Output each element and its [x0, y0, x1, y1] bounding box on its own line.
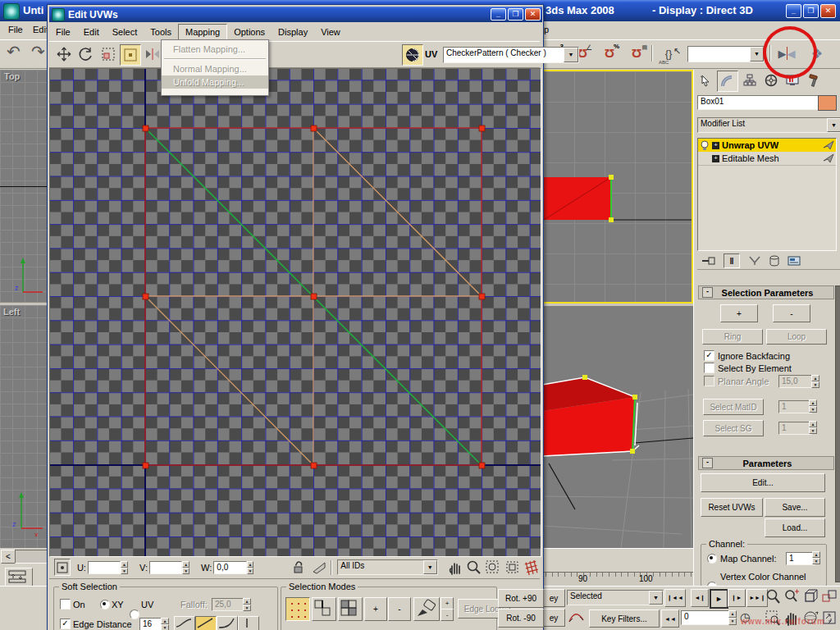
menu-item-flatten-mapping[interactable]: Flatten Mapping...	[162, 43, 268, 56]
save-uvws-button[interactable]: Save...	[765, 498, 825, 517]
snap-grid-icon[interactable]	[523, 559, 540, 576]
key-mode-toggle-button[interactable]: ◄◄	[661, 609, 679, 628]
menu-options[interactable]: Options	[227, 25, 272, 39]
main-restore-button[interactable]: ❐	[803, 4, 819, 18]
loop-button[interactable]: Loop	[766, 329, 827, 345]
stack-item-label[interactable]: Unwrap UVW	[722, 140, 778, 150]
collapse-icon[interactable]: -	[702, 287, 713, 298]
uvws-close-button[interactable]: ✕	[525, 8, 541, 21]
viewport-top[interactable]: Top z	[0, 70, 47, 302]
zoom-extents-all-icon[interactable]	[821, 588, 838, 606]
matid-spinner[interactable]: ▲▼	[809, 399, 817, 413]
falloff-curve-linear-icon[interactable]	[195, 616, 217, 630]
tab-hierarchy-icon[interactable]	[740, 71, 760, 90]
menu-item-normal-mapping[interactable]: Normal Mapping...	[162, 62, 268, 75]
soft-selection-on-checkbox[interactable]	[60, 599, 71, 609]
named-selection-sets-icon[interactable]: {} ABC ↖	[656, 43, 681, 63]
configure-modifier-sets-icon[interactable]	[788, 255, 801, 267]
tab-utilities-icon[interactable]	[804, 71, 824, 90]
menu-tools[interactable]: Tools	[144, 25, 178, 39]
edit-uvws-open-button[interactable]: Edit...	[701, 473, 825, 492]
all-ids-arrow[interactable]: ▼	[423, 560, 437, 574]
rotate-plus90-button[interactable]: Rot. +90	[498, 589, 544, 608]
auto-key-button[interactable]: ey	[542, 589, 565, 607]
modifier-list-dropdown[interactable]: Modifier List ▼	[697, 117, 840, 133]
visibility-bulb-icon[interactable]	[700, 140, 710, 151]
modifier-list-arrow[interactable]: ▼	[827, 118, 840, 132]
edge-distance-spinner[interactable]: ▲▼	[161, 618, 169, 630]
sg-field[interactable]: 1	[778, 422, 812, 435]
menu-mapping[interactable]: Mapping	[178, 24, 227, 40]
planar-angle-spinner[interactable]: ▲▼	[811, 375, 819, 388]
collapse-icon[interactable]: -	[702, 458, 713, 468]
expand-icon[interactable]: +	[712, 155, 719, 162]
edge-mode-icon[interactable]	[312, 597, 336, 621]
make-unique-icon[interactable]	[748, 256, 761, 266]
tab-create-icon[interactable]	[696, 71, 715, 90]
move-tool-icon[interactable]	[54, 44, 74, 64]
paint-select-icon[interactable]	[413, 597, 440, 621]
rollout-selection-parameters[interactable]: - Selection Parameters	[698, 285, 834, 299]
uvws-maximize-button[interactable]: ❐	[508, 8, 523, 21]
matid-field[interactable]: 1	[778, 400, 812, 413]
ring-button[interactable]: Ring	[702, 329, 763, 345]
zoom-extents-icon[interactable]	[504, 559, 521, 576]
object-color-swatch[interactable]	[818, 95, 837, 111]
current-frame-field[interactable]: 0	[681, 610, 730, 625]
falloff-curve-fast-icon[interactable]	[238, 616, 259, 630]
zoom-all-icon[interactable]	[783, 588, 800, 606]
all-ids-dropdown[interactable]: All IDs ▼	[337, 559, 437, 575]
v-spinner[interactable]: ▲▼	[182, 561, 189, 574]
uv-wireframe[interactable]	[50, 69, 541, 556]
uv-canvas[interactable]	[49, 68, 541, 557]
timeline-scroll-left-button[interactable]: <	[1, 550, 16, 564]
contract-selection-button[interactable]: -	[388, 597, 411, 621]
texture-list-dropdown[interactable]: CheckerPattern ( Checker ) ▼	[443, 47, 579, 63]
paint-size-plus-button[interactable]: +	[441, 597, 454, 609]
undo-icon[interactable]: ↶	[7, 42, 21, 62]
timeline-scroll-track[interactable]	[15, 550, 48, 564]
expand-icon[interactable]: +	[712, 142, 719, 149]
falloff-curve-slow-icon[interactable]	[217, 616, 238, 630]
named-selection-dropdown[interactable]: ▼	[687, 46, 765, 62]
main-minimize-button[interactable]: _	[786, 4, 801, 18]
play-button[interactable]: ►	[710, 589, 728, 609]
zoom-region-icon[interactable]	[485, 559, 501, 576]
set-key-button[interactable]: ey	[542, 609, 565, 627]
menu-edit[interactable]: Edit	[77, 25, 106, 39]
lock-selected-icon[interactable]	[291, 560, 304, 575]
frame-spinner[interactable]: ▲▼	[728, 610, 737, 625]
rotate-minus90-button[interactable]: Rot. -90	[498, 609, 544, 628]
percent-snap-icon[interactable]: Ω%	[600, 43, 619, 63]
next-frame-button[interactable]: ❙►	[728, 589, 746, 607]
mini-curve-editor-button[interactable]	[5, 568, 33, 587]
filter-selected-faces-icon[interactable]	[312, 560, 326, 575]
object-name-field[interactable]: Box01	[697, 95, 819, 110]
rollout-parameters[interactable]: - Parameters	[698, 456, 834, 470]
named-selection-dropdown-arrow[interactable]: ▼	[750, 47, 764, 62]
menu-view[interactable]: View	[314, 25, 347, 39]
edge-distance-checkbox[interactable]: ✓	[60, 619, 71, 629]
xy-radio[interactable]	[100, 600, 110, 609]
stack-item-label[interactable]: Editable Mesh	[722, 153, 779, 163]
u-field[interactable]	[88, 561, 121, 574]
scale-tool-icon[interactable]	[98, 44, 118, 64]
uv-radio[interactable]	[130, 609, 139, 619]
select-matid-button[interactable]: Select MatID	[703, 399, 764, 415]
map-channel-radio[interactable]	[707, 554, 717, 564]
prev-frame-button[interactable]: ◄❙	[691, 589, 709, 607]
vertex-mode-icon[interactable]	[285, 597, 310, 621]
show-end-result-icon[interactable]: ‖	[724, 253, 740, 268]
falloff-spinner[interactable]: ▲▼	[243, 598, 251, 611]
show-map-icon[interactable]	[402, 44, 423, 66]
shrink-selection-button[interactable]: -	[773, 304, 810, 322]
panel-scrollbar[interactable]	[835, 285, 840, 582]
zoom-extents-icon[interactable]	[802, 588, 819, 606]
rotate-tool-icon[interactable]	[75, 44, 95, 64]
menu-display[interactable]: Display	[272, 25, 314, 39]
zoom-icon[interactable]	[465, 559, 482, 576]
stack-row-editable-mesh[interactable]: + Editable Mesh	[698, 152, 836, 166]
menu-select[interactable]: Select	[106, 25, 144, 39]
viewport-left[interactable]: Left z x	[0, 305, 47, 548]
remove-modifier-icon[interactable]	[769, 255, 779, 267]
